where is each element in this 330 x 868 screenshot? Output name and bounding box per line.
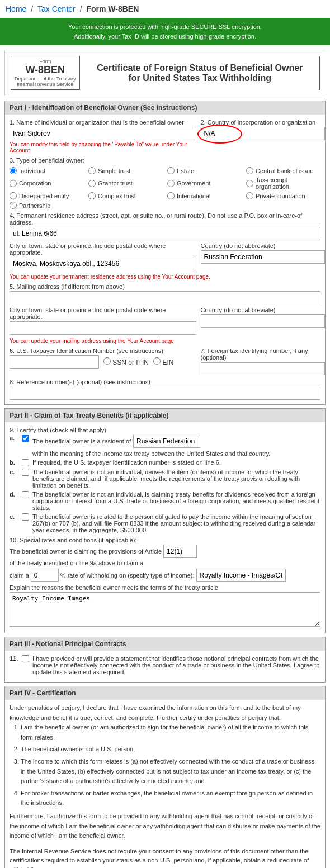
certify-c-checkbox[interactable]: [22, 469, 29, 476]
article-row: The beneficial owner is claiming the pro…: [10, 545, 320, 566]
field11-checkbox[interactable]: [22, 655, 29, 662]
explain-label: Explain the reasons the beneficial owner…: [10, 584, 320, 591]
part3-section: Part III - Notional Principal Contracts …: [4, 637, 326, 683]
form-label-box: Form W-8BEN Department of the Treasury I…: [11, 56, 80, 90]
radio-grantor-trust[interactable]: Grantor trust: [88, 177, 163, 190]
field10-wrapper: 10. Special rates and conditions (if app…: [10, 537, 320, 628]
field2-label: 2. Country of incorporation or organizat…: [201, 119, 325, 126]
radio-disregarded[interactable]: Disregarded entity: [10, 192, 84, 199]
field8-label: 8. Reference number(s) (optional) (see i…: [10, 379, 320, 385]
form-number: W-8BEN: [15, 64, 76, 76]
permanent-city[interactable]: [10, 257, 196, 270]
radio-central-bank[interactable]: Central bank of issue: [246, 167, 320, 174]
country-field-wrapper: [201, 127, 325, 140]
ssl-line1: Your connection is protected with high-g…: [6, 22, 324, 32]
form-label-text: Form: [15, 59, 76, 64]
income-type-input[interactable]: [196, 569, 286, 582]
radio-government[interactable]: Government: [167, 177, 242, 190]
mailing-country[interactable]: [201, 314, 325, 328]
cert-item-4: For broker transactions or barter exchan…: [21, 789, 320, 808]
dept2: Internal Revenue Service: [15, 82, 76, 87]
certify-a: a. The beneficial owner is a resident of…: [10, 435, 320, 457]
article-input[interactable]: [163, 545, 197, 558]
field6-label: 6. U.S. Taxpayer Identification Number (…: [10, 347, 196, 354]
part2-section: Part II - Claim of Tax Treaty Benefits (…: [4, 408, 326, 633]
certify-a-checkbox[interactable]: [22, 435, 29, 442]
certify-b: b. If required, the U.S. taxpayer identi…: [10, 459, 320, 466]
field3-label: 3. Type of beneficial owner:: [10, 157, 320, 164]
rate-input[interactable]: [31, 569, 59, 582]
ssl-line2: Additionally, your Tax ID will be stored…: [6, 32, 324, 41]
rate-row: claim a % rate of withholding on (specif…: [10, 569, 320, 582]
irs-note: The Internal Revenue Service does not re…: [5, 845, 325, 868]
field7-label: 7. Foreign tax identifying number, if an…: [201, 347, 325, 361]
part4-header: Part IV - Certification: [5, 686, 325, 700]
field9-label: 9. I certify that (check all that apply)…: [10, 427, 320, 433]
cert-item-1: I am the beneficial owner (or am authori…: [21, 723, 320, 742]
permanent-country[interactable]: [201, 250, 325, 264]
current-page: Form W-8BEN: [86, 4, 139, 13]
field11-text: I have provided or will provide a statem…: [32, 655, 320, 675]
tin-input[interactable]: [10, 355, 99, 369]
perm-country-label: Country (do not abbreviate): [201, 242, 325, 249]
part2-header: Part II - Claim of Tax Treaty Benefits (…: [5, 409, 325, 422]
radio-complex-trust[interactable]: Complex trust: [88, 192, 163, 199]
mailing-address[interactable]: [10, 291, 320, 304]
field1-label: 1. Name of individual or organization th…: [10, 119, 196, 126]
foreign-tax-id[interactable]: [201, 362, 325, 375]
certify-b-checkbox[interactable]: [22, 459, 29, 466]
field11-row: 11. I have provided or will provide a st…: [10, 655, 320, 675]
mailing-note: You can update your mailing address usin…: [10, 338, 320, 344]
form-divider: [319, 56, 320, 90]
country-incorporation[interactable]: [201, 127, 325, 140]
certify-d-checkbox[interactable]: [22, 491, 29, 498]
explain-textarea[interactable]: [10, 592, 320, 627]
reference-number[interactable]: [10, 387, 320, 400]
radio-simple-trust[interactable]: Simple trust: [88, 167, 163, 174]
perm-city-label: City or town, state or province. Include…: [10, 242, 196, 256]
form-title: Certificate of Foreign Status of Benefic…: [87, 63, 313, 83]
part4-perjury: Under penalties of perjury, I declare th…: [5, 700, 325, 845]
part3-header: Part III - Notional Principal Contracts: [5, 637, 325, 651]
cert-list: I am the beneficial owner (or am authori…: [10, 723, 320, 808]
certify-d: d. The beneficial owner is not an indivi…: [10, 491, 320, 511]
beneficial-owner-name[interactable]: [10, 127, 196, 140]
field8-wrapper: 8. Reference number(s) (optional) (see i…: [10, 379, 320, 400]
field10-label: 10. Special rates and conditions (if app…: [10, 537, 320, 543]
mailing-city[interactable]: [10, 321, 196, 335]
radio-corporation[interactable]: Corporation: [10, 177, 84, 190]
ssl-banner: Your connection is protected with high-g…: [0, 18, 330, 45]
part4-section: Part IV - Certification Under penalties …: [4, 686, 326, 868]
part1-section: Part I - Identification of Beneficial Ow…: [4, 101, 326, 405]
ssn-label: SSN or ITIN: [112, 359, 149, 366]
cert-item-3: The income to which this form relates is…: [21, 757, 320, 786]
ein-label: EIN: [162, 359, 173, 366]
certify-e-checkbox[interactable]: [22, 513, 29, 521]
modify-note: You can modify this field by changing th…: [10, 141, 196, 154]
perm-address-note: You can update your permanent residence …: [10, 274, 320, 280]
certify-e: e. The beneficial owner is related to th…: [10, 513, 320, 533]
cert-item-2: The beneficial owner is not a U.S. perso…: [21, 745, 320, 755]
part1-header: Part I - Identification of Beneficial Ow…: [5, 101, 325, 115]
breadcrumb: Home / Tax Center / Form W-8BEN: [0, 0, 330, 18]
dept1: Department of the Treasury: [15, 76, 76, 82]
certify-c: c. The beneficial owner is not an indivi…: [10, 469, 320, 489]
field5-label: 5. Mailing address (if different from ab…: [10, 283, 320, 290]
radio-international[interactable]: International: [167, 192, 242, 199]
radio-partnership[interactable]: Partnership: [10, 202, 84, 209]
field11-num: 11.: [10, 655, 18, 662]
radio-individual[interactable]: Individual: [10, 167, 84, 174]
mailing-country-label: Country (do not abbreviate): [201, 307, 325, 313]
permanent-address[interactable]: [10, 227, 320, 240]
tax-center-link[interactable]: Tax Center: [37, 4, 76, 13]
treaty-country[interactable]: [133, 435, 200, 448]
mailing-city-label: City or town, state or province. Include…: [10, 307, 196, 320]
part4-additional: Furthermore, I authorize this form to be…: [10, 812, 320, 841]
home-link[interactable]: Home: [6, 4, 26, 13]
form-header: Form W-8BEN Department of the Treasury I…: [4, 50, 326, 96]
radio-private-foundation[interactable]: Private foundation: [246, 192, 320, 199]
type-radio-group: Individual Simple trust Estate Central b…: [10, 167, 320, 209]
field4-label: 4. Permanent residence address (street, …: [10, 212, 320, 226]
radio-estate[interactable]: Estate: [167, 167, 242, 174]
radio-tax-exempt[interactable]: Tax-exempt organization: [246, 177, 320, 190]
